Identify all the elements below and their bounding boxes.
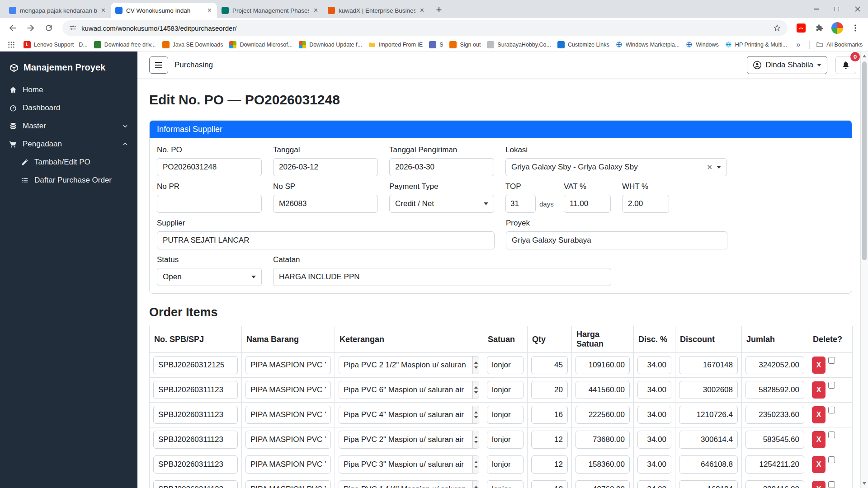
reload-button[interactable] [41, 20, 57, 36]
sidebar-toggle-button[interactable] [149, 56, 168, 74]
page-scrollbar[interactable] [860, 52, 868, 488]
discount-input[interactable] [679, 480, 738, 488]
satuan-input[interactable] [487, 455, 524, 474]
satuan-input[interactable] [487, 431, 524, 449]
delete-button[interactable]: X [812, 456, 826, 473]
textarea-scrollbar[interactable] [472, 481, 479, 488]
delete-button[interactable]: X [812, 357, 826, 374]
jumlah-input[interactable] [745, 406, 804, 424]
nama-barang-input[interactable] [245, 356, 331, 374]
bookmark-star-icon[interactable] [773, 24, 781, 32]
jumlah-input[interactable] [745, 381, 804, 399]
sidebar-item-daftar-purchase-order[interactable]: Daftar Purchase Order [0, 171, 137, 189]
site-settings-icon[interactable] [69, 24, 77, 32]
delete-checkbox[interactable] [828, 382, 835, 389]
harga-satuan-input[interactable] [576, 455, 630, 474]
bookmark-item[interactable]: SurabayaHobby.Co... [487, 41, 551, 48]
keterangan-textarea[interactable]: Pipa PVC 6" Maspion u/ saluran air [339, 381, 479, 399]
delete-button[interactable]: X [812, 431, 826, 448]
close-button[interactable] [847, 0, 868, 18]
bookmark-item[interactable]: Sign out [449, 41, 481, 48]
satuan-input[interactable] [487, 406, 524, 424]
qty-input[interactable] [531, 431, 568, 449]
sidebar-item-pengadaan[interactable]: Pengadaan [0, 135, 137, 153]
qty-input[interactable] [531, 381, 568, 399]
all-bookmarks-button[interactable]: All Bookmarks [816, 41, 863, 48]
disc-input[interactable] [637, 381, 671, 399]
bookmark-item[interactable]: HP Printing & Multi... [725, 41, 787, 48]
bookmark-item[interactable]: Java SE Downloads [162, 41, 223, 48]
discount-input[interactable] [679, 356, 738, 374]
status-select[interactable]: Open [157, 268, 262, 286]
tanggal-input[interactable] [273, 158, 378, 176]
bookmark-item[interactable]: Download free driv... [94, 41, 156, 48]
spb-input[interactable] [153, 381, 238, 399]
bookmark-item[interactable]: Download Microsof... [229, 41, 292, 48]
discount-input[interactable] [679, 381, 738, 399]
disc-input[interactable] [637, 480, 671, 488]
textarea-scrollbar[interactable] [472, 431, 479, 448]
bookmark-item[interactable]: Download Update f... [299, 41, 362, 48]
harga-satuan-input[interactable] [576, 356, 630, 374]
supplier-input[interactable] [157, 231, 495, 249]
address-bar[interactable]: kuwad.com/wonokusumo/14583/editpurchaseo… [62, 20, 788, 36]
jumlah-input[interactable] [745, 356, 804, 374]
browser-tab[interactable]: mengapa pajak kendaraan ber × [5, 3, 111, 18]
browser-tab[interactable]: CV Wonokusumo Indah × [111, 3, 217, 18]
no-po-input[interactable] [157, 158, 262, 176]
payment-type-select[interactable]: Credit / Net [389, 195, 494, 213]
qty-input[interactable] [531, 455, 568, 474]
apps-grid-button[interactable] [5, 39, 17, 51]
bookmark-item[interactable]: Windows [686, 41, 719, 48]
tanggal-pengiriman-input[interactable] [389, 158, 494, 176]
tab-close-icon[interactable]: × [313, 7, 319, 14]
discount-input[interactable] [679, 455, 738, 474]
delete-button[interactable]: X [812, 481, 826, 488]
nama-barang-input[interactable] [245, 381, 331, 399]
forward-button[interactable] [23, 20, 39, 36]
bookmark-item[interactable]: L Lenovo Support - D... [24, 41, 88, 48]
no-sp-input[interactable] [273, 195, 378, 213]
sidebar-item-master[interactable]: Master [0, 117, 137, 135]
delete-checkbox[interactable] [828, 432, 835, 438]
keterangan-textarea[interactable]: Pipa PVC 2 1/2" Maspion u/ saluran [339, 356, 479, 374]
delete-checkbox[interactable] [828, 407, 835, 413]
disc-input[interactable] [637, 431, 671, 449]
delete-button[interactable]: X [812, 381, 826, 399]
scrollbar-thumb[interactable] [862, 61, 867, 260]
delete-checkbox[interactable] [828, 357, 835, 364]
new-tab-button[interactable]: + [432, 3, 446, 17]
bookmark-item[interactable]: Imported From IE [368, 41, 423, 48]
maximize-button[interactable] [826, 0, 847, 18]
harga-satuan-input[interactable] [576, 431, 630, 449]
nama-barang-input[interactable] [245, 406, 331, 424]
back-button[interactable] [5, 20, 21, 36]
sidebar-item-home[interactable]: Home [0, 81, 137, 99]
minimize-button[interactable] [806, 0, 826, 18]
scroll-up-arrow[interactable] [861, 52, 868, 60]
keterangan-textarea[interactable]: Pipa PVC 2" Maspion u/ saluran air [339, 431, 479, 449]
scroll-down-arrow[interactable] [861, 480, 868, 487]
disc-input[interactable] [637, 406, 671, 424]
satuan-input[interactable] [487, 480, 524, 488]
delete-button[interactable]: X [812, 406, 826, 423]
lokasi-select[interactable]: Griya Galaxy Sby - Griya Galaxy Sby × [505, 158, 727, 176]
no-pr-input[interactable] [157, 195, 262, 213]
sidebar-item-dashboard[interactable]: Dashboard [0, 99, 137, 117]
disc-input[interactable] [637, 455, 671, 474]
user-menu-button[interactable]: Dinda Shabila [747, 56, 827, 74]
sidebar-item-tambah-edit-po[interactable]: Tambah/Edit PO [0, 153, 137, 171]
qty-input[interactable] [531, 406, 568, 424]
harga-satuan-input[interactable] [576, 406, 630, 424]
nama-barang-input[interactable] [245, 455, 331, 474]
tab-close-icon[interactable]: × [100, 7, 106, 14]
nama-barang-input[interactable] [245, 480, 331, 488]
bookmarks-overflow-chevron[interactable]: » [793, 41, 803, 49]
browser-tab[interactable]: Project Management Phases × [217, 3, 323, 18]
harga-satuan-input[interactable] [576, 381, 630, 399]
catatan-input[interactable] [273, 268, 611, 286]
bookmark-item[interactable]: S [429, 41, 443, 48]
satuan-input[interactable] [487, 356, 524, 374]
discount-input[interactable] [679, 431, 738, 449]
qty-input[interactable] [531, 480, 568, 488]
